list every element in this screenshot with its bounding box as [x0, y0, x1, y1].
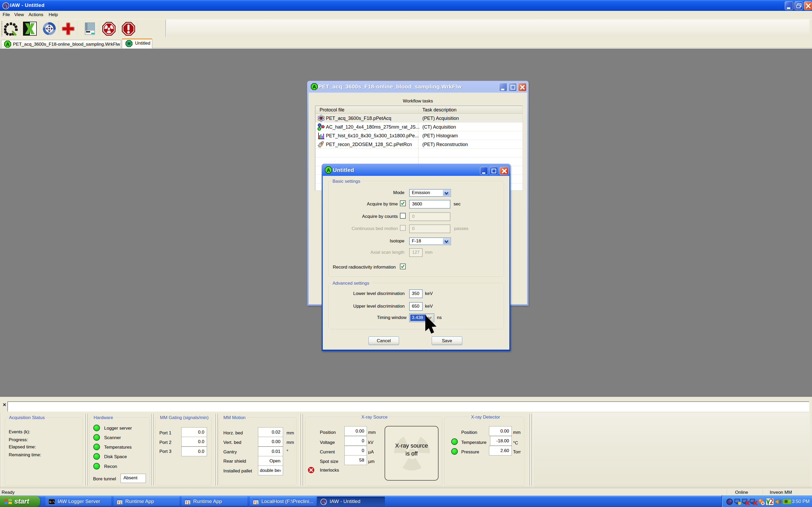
svg-text:A: A — [327, 167, 331, 173]
svg-text:C:\: C:\ — [49, 500, 55, 504]
svg-text:A: A — [312, 84, 316, 90]
svg-text:2: 2 — [324, 502, 326, 504]
svg-text:A: A — [6, 42, 9, 47]
